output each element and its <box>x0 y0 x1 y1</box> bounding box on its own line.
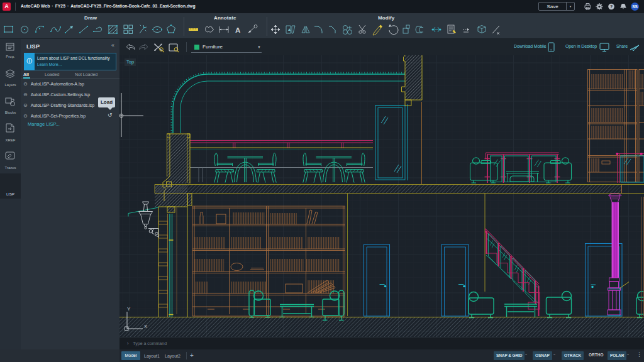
svg-text:A: A <box>235 26 240 34</box>
svg-text:?: ? <box>610 4 613 9</box>
svg-text:Y: Y <box>127 306 131 312</box>
svg-text:X: X <box>144 324 148 329</box>
